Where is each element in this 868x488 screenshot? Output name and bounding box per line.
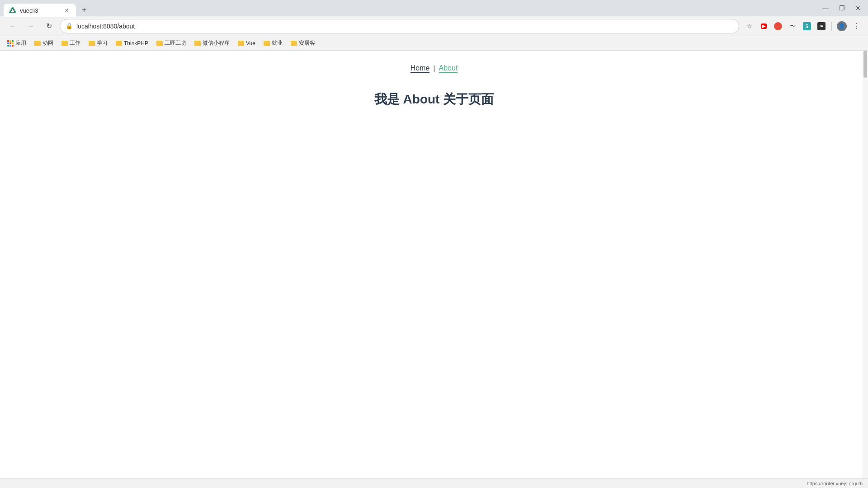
new-tab-button[interactable]: + (78, 4, 90, 16)
page-content: Home | About 我是 About 关于页面 (0, 51, 868, 478)
bookmark-label: 工匠工坊 (165, 39, 186, 47)
scrollbar-thumb[interactable] (863, 51, 867, 78)
bookmark-star-button[interactable]: ☆ (743, 20, 755, 33)
nav-actions: ☆ ▶ 〜 S IA 👤 (743, 20, 863, 33)
tab-close-button[interactable]: ✕ (62, 6, 71, 14)
extension-button-3[interactable]: S (801, 20, 813, 33)
nav-separator: | (433, 65, 435, 73)
chrome-menu-button[interactable]: ⋮ (850, 20, 863, 33)
forward-button[interactable]: → (24, 19, 38, 33)
bookmark-label: 就业 (272, 39, 283, 47)
reload-button[interactable]: ↻ (42, 19, 56, 33)
bookmark-label: 学习 (97, 39, 108, 47)
tab-bar: vuecli3 ✕ + (4, 0, 817, 16)
folder-icon (156, 41, 163, 46)
bookmark-label: 工作 (70, 39, 80, 47)
browser-window: vuecli3 ✕ + — ❐ ✕ ← → ↻ 🔒 localhost:8080… (0, 0, 868, 488)
bookmark-jiuye[interactable]: 就业 (260, 38, 286, 49)
bookmark-dongwang[interactable]: 动网 (31, 38, 57, 49)
folder-icon (291, 41, 297, 46)
folder-icon (89, 41, 95, 46)
active-tab[interactable]: vuecli3 ✕ (4, 4, 76, 17)
bookmarks-bar: 应用 动网 工作 学习 ThinkPHP 工匠工坊 微信小程序 Vue (0, 36, 868, 51)
folder-icon (116, 41, 122, 46)
maximize-button[interactable]: ❐ (835, 2, 848, 14)
home-nav-link[interactable]: Home (410, 64, 430, 73)
bookmark-thinkphp[interactable]: ThinkPHP (112, 38, 152, 48)
extension-button-1[interactable] (772, 20, 784, 33)
separator (831, 22, 832, 31)
folder-icon (194, 41, 201, 46)
about-nav-link[interactable]: About (439, 64, 458, 73)
lock-icon: 🔒 (66, 23, 73, 29)
window-controls: — ❐ ✕ (819, 2, 864, 14)
bookmark-label: ThinkPHP (124, 40, 148, 47)
apps-grid-icon (7, 40, 14, 47)
bookmark-label: 安居客 (299, 39, 315, 47)
bookmark-label: 动网 (42, 39, 53, 47)
about-content: 我是 About 关于页面 (374, 91, 494, 108)
bookmark-xuexi[interactable]: 学习 (85, 38, 111, 49)
tab-title: vuecli3 (20, 7, 59, 14)
bookmark-anjuke[interactable]: 安居客 (287, 38, 319, 49)
bookmark-label: 微信小程序 (203, 39, 230, 47)
extension-button-4[interactable]: IA (815, 20, 828, 33)
bookmark-vue[interactable]: Vue (234, 38, 259, 48)
navigation-bar: ← → ↻ 🔒 localhost:8080/about ☆ ▶ 〜 S (0, 16, 868, 36)
bookmark-label: Vue (246, 40, 255, 47)
youtube-button[interactable]: ▶ (757, 20, 770, 33)
folder-icon (34, 41, 41, 46)
page-inner: Home | About 我是 About 关于页面 (0, 51, 868, 478)
bookmark-weixin[interactable]: 微信小程序 (191, 38, 233, 49)
folder-icon (238, 41, 244, 46)
status-url: https://router.vuejs.org/zh (807, 481, 863, 486)
url-text: localhost:8080/about (76, 23, 733, 30)
about-heading: 我是 About 关于页面 (374, 91, 494, 108)
folder-icon (61, 41, 68, 46)
apps-label: 应用 (15, 39, 26, 47)
bookmark-gongjianggongfang[interactable]: 工匠工坊 (153, 38, 190, 49)
tab-favicon (9, 7, 16, 14)
close-button[interactable]: ✕ (852, 2, 864, 14)
minimize-button[interactable]: — (819, 2, 832, 14)
extension-button-2[interactable]: 〜 (786, 20, 799, 33)
folder-icon (264, 41, 270, 46)
address-bar[interactable]: 🔒 localhost:8080/about (60, 19, 739, 33)
scrollbar-track[interactable] (863, 51, 868, 478)
apps-button[interactable]: 应用 (4, 38, 30, 49)
back-button[interactable]: ← (5, 19, 20, 33)
account-button[interactable]: 👤 (835, 20, 848, 33)
status-bar: https://router.vuejs.org/zh (0, 478, 868, 488)
title-bar: vuecli3 ✕ + — ❐ ✕ (0, 0, 868, 16)
vue-navigation: Home | About (0, 51, 868, 82)
bookmark-gongzuo[interactable]: 工作 (58, 38, 84, 49)
